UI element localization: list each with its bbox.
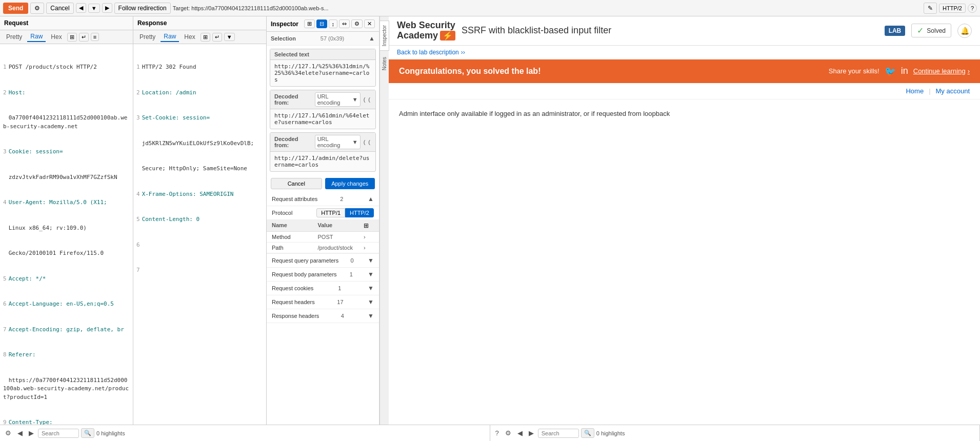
inspector-title: Inspector xyxy=(271,21,298,28)
attr-header-actions: ⊞ xyxy=(364,222,374,229)
request-attributes-row[interactable]: Request attributes 2 ▲ xyxy=(267,192,379,206)
apply-changes-button[interactable]: Apply changes xyxy=(325,178,375,189)
apply-cancel-row: Cancel Apply changes xyxy=(267,175,379,192)
bottom-right-settings-btn[interactable]: ⚙ xyxy=(503,428,513,438)
response-headers-expand-btn[interactable]: ▼ xyxy=(368,312,374,319)
decoded-label-2: Decoded from: xyxy=(274,136,313,148)
wsa-content-text: Admin interface only available if logged… xyxy=(399,110,970,117)
congrats-text: Congratulations, you solved the lab! xyxy=(399,67,541,76)
response-headers-section[interactable]: Response headers 4 ▼ xyxy=(267,309,379,323)
request-headers-expand-btn[interactable]: ▼ xyxy=(368,298,374,306)
request-attributes-collapse-btn[interactable]: ▲ xyxy=(368,195,374,203)
home-link[interactable]: Home xyxy=(906,87,924,95)
request-body-expand-btn[interactable]: ▼ xyxy=(368,271,374,278)
bottom-right-search-btn[interactable]: 🔍 xyxy=(581,428,594,438)
request-wrap-btn[interactable]: ≡ xyxy=(91,33,99,41)
wsa-header: Web Security Academy ⚡ SSRF with blackli… xyxy=(389,16,980,46)
forward-nav-button[interactable]: ▶ xyxy=(102,3,112,13)
bottom-right-back-btn[interactable]: ◀ xyxy=(515,428,525,438)
bottom-left-search-btn[interactable]: 🔍 xyxy=(81,428,94,438)
linkedin-button[interactable]: in xyxy=(901,66,908,76)
bottom-right-highlights: 0 highlights xyxy=(596,430,625,436)
tab-request-pretty[interactable]: Pretty xyxy=(3,32,25,42)
top-toolbar: Send ⚙ Cancel ◀ ▼ ▶ Follow redirection T… xyxy=(0,0,980,16)
decoded-box-2: Decoded from: URL encoding ▼ ( ( http://… xyxy=(270,132,376,172)
proto-http1-button[interactable]: HTTP/1 xyxy=(316,208,345,217)
decoded-type-1[interactable]: URL encoding ▼ xyxy=(315,92,361,107)
bottom-left-search-input[interactable] xyxy=(38,429,79,438)
continue-learning-link[interactable]: Continue learning › xyxy=(913,67,970,75)
response-line-2: 2Location: /admin xyxy=(136,89,263,97)
decoded-copy-btn-1[interactable]: ( xyxy=(363,96,367,103)
back-nav-button[interactable]: ◀ xyxy=(76,3,86,13)
bottom-right-help-btn[interactable]: ? xyxy=(493,428,501,438)
request-line-5: zdzvJtvkFadrRM90wa1vXhMF7GZzfSkN xyxy=(3,173,130,182)
attr-action-path[interactable]: › xyxy=(364,245,374,251)
response-content[interactable]: 1HTTP/2 302 Found 2Location: /admin 3Set… xyxy=(133,44,266,425)
request-content[interactable]: 1POST /product/stock HTTP/2 2Host: 0a770… xyxy=(0,44,133,425)
response-wrap-btn[interactable]: ▼ xyxy=(224,33,235,41)
decoded-paste-btn-2[interactable]: ( xyxy=(367,139,371,145)
inspector-settings-btn[interactable]: ⚙ xyxy=(351,19,363,28)
request-line-13: https://0a7700f4041232118111d52d000100ab… xyxy=(3,376,130,402)
bottom-left-section: ⚙ ◀ ▶ 🔍 0 highlights xyxy=(0,425,490,441)
bottom-right-forward-btn[interactable]: ▶ xyxy=(527,428,536,438)
request-headers-section[interactable]: Request headers 17 ▼ xyxy=(267,295,379,309)
request-query-section[interactable]: Request query parameters 0 ▼ xyxy=(267,254,379,268)
cancel-top-button[interactable]: Cancel xyxy=(46,3,73,14)
decoded-copy-btn-2[interactable]: ( xyxy=(363,139,367,145)
request-query-expand-btn[interactable]: ▼ xyxy=(368,257,374,264)
back-to-lab-link[interactable]: Back to lab description ›› xyxy=(397,49,465,56)
request-line-9: 5Accept: */* xyxy=(3,275,130,284)
decoded-actions-2: ( ( xyxy=(363,139,371,145)
request-attributes-count: 2 xyxy=(340,196,343,202)
twitter-button[interactable]: 🐦 xyxy=(885,66,896,77)
inspector-align-btn[interactable]: ↕ xyxy=(329,19,338,28)
help-button[interactable]: ? xyxy=(968,4,977,13)
side-tab-notes[interactable]: Notes xyxy=(380,53,389,74)
selection-collapse-btn[interactable]: ▲ xyxy=(369,35,375,42)
inspector-close-btn[interactable]: ✕ xyxy=(364,19,375,28)
settings-button[interactable]: ⚙ xyxy=(30,3,44,14)
bottom-left-forward-btn[interactable]: ▶ xyxy=(27,428,36,438)
request-body-section[interactable]: Request body parameters 1 ▼ xyxy=(267,268,379,282)
proto-http2-button[interactable]: HTTP/2 xyxy=(345,208,374,217)
request-cookies-section[interactable]: Request cookies 1 ▼ xyxy=(267,282,379,295)
inspector-split-btn[interactable]: ⇔ xyxy=(339,19,350,28)
request-ln-btn[interactable]: ↵ xyxy=(79,33,89,42)
attr-row-method: Method POST › xyxy=(267,232,379,243)
bottom-left-back-btn[interactable]: ◀ xyxy=(15,428,25,438)
request-body-label: Request body parameters xyxy=(272,271,337,277)
request-attributes-table: Name Value ⊞ Method POST › Path /product… xyxy=(267,220,379,253)
congrats-banner: Congratulations, you solved the lab! Sha… xyxy=(389,59,980,83)
nav-dropdown-button[interactable]: ▼ xyxy=(88,4,100,13)
request-format-btn[interactable]: ⊞ xyxy=(67,33,77,42)
decoded-paste-btn-1[interactable]: ( xyxy=(367,96,371,103)
decoded-type-2[interactable]: URL encoding ▼ xyxy=(315,135,361,149)
inspector-view-btn2[interactable]: ⊟ xyxy=(316,19,327,28)
request-cookies-expand-btn[interactable]: ▼ xyxy=(368,285,374,292)
follow-redirection-button[interactable]: Follow redirection xyxy=(114,3,171,14)
tab-response-raw[interactable]: Raw xyxy=(161,32,179,42)
attr-action-method[interactable]: › xyxy=(364,234,374,240)
tab-request-hex[interactable]: Hex xyxy=(48,32,65,42)
bottom-left-settings-btn[interactable]: ⚙ xyxy=(3,428,13,438)
side-tab-inspector[interactable]: Inspector xyxy=(379,21,389,51)
my-account-link[interactable]: My account xyxy=(936,87,970,95)
cancel-inspector-button[interactable]: Cancel xyxy=(271,178,322,189)
bottom-toolbar: ⚙ ◀ ▶ 🔍 0 highlights ? ⚙ ◀ ▶ 🔍 0 highlig… xyxy=(0,425,980,441)
response-ln-btn[interactable]: ↵ xyxy=(212,33,222,42)
inspector-view-btn1[interactable]: ⊞ xyxy=(304,19,315,28)
decoded-header-2: Decoded from: URL encoding ▼ ( ( xyxy=(270,133,375,152)
http2-badge: HTTP/2 xyxy=(939,4,966,13)
bottom-right-search-input[interactable] xyxy=(538,429,579,438)
tab-response-pretty[interactable]: Pretty xyxy=(136,32,158,42)
edit-target-button[interactable]: ✎ xyxy=(924,3,937,14)
wsa-logo: Web Security Academy ⚡ xyxy=(397,21,455,41)
send-button[interactable]: Send xyxy=(3,3,28,14)
solved-check-icon: ✓ xyxy=(917,26,924,35)
bell-button[interactable]: 🔔 xyxy=(957,24,972,38)
response-format-btn[interactable]: ⊞ xyxy=(201,33,210,42)
tab-response-hex[interactable]: Hex xyxy=(181,32,198,42)
tab-request-raw[interactable]: Raw xyxy=(27,32,46,42)
